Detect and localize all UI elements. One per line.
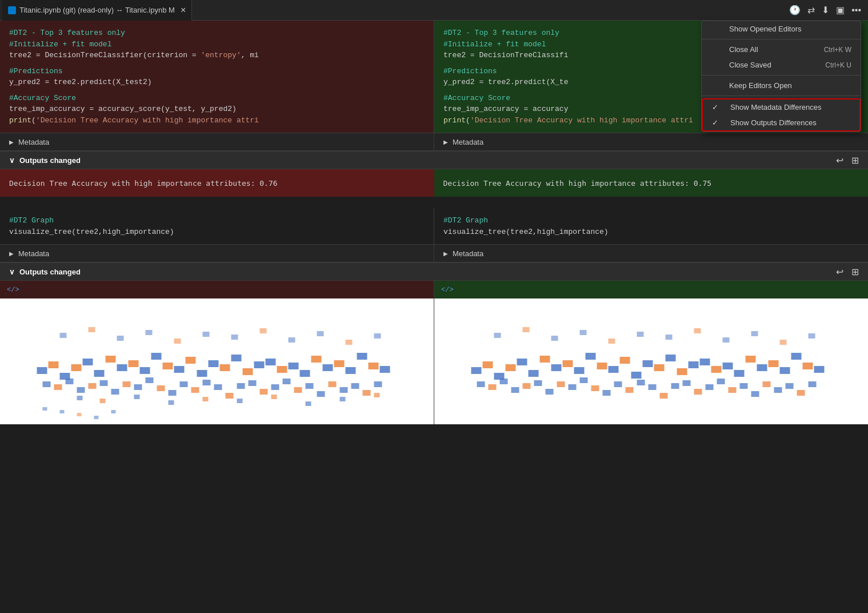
context-menu-overlay[interactable]: Show Opened Editors Close All Ctrl+K W C… [0,0,868,613]
menu-close-saved[interactable]: Close Saved Ctrl+K U [702,57,861,73]
context-menu: Show Opened Editors Close All Ctrl+K W C… [701,21,861,132]
menu-divider-3 [702,95,861,96]
menu-divider-1 [702,39,861,39]
menu-close-all-label: Close All [729,45,815,54]
menu-close-all-shortcut: Ctrl+K W [824,46,851,54]
menu-show-metadata-diff[interactable]: ✓ Show Metadata Differences [703,99,859,115]
menu-divider-2 [702,75,861,75]
outputs-checkmark: ✓ [712,118,721,127]
menu-opened-editors-label: Show Opened Editors [729,25,851,33]
menu-close-all[interactable]: Close All Ctrl+K W [702,42,861,57]
menu-keep-editors-label: Keep Editors Open [729,81,851,90]
menu-keep-editors-open[interactable]: Keep Editors Open [702,78,861,93]
menu-outputs-diff-label: Show Outputs Differences [730,118,850,127]
menu-metadata-diff-label: Show Metadata Differences [730,103,850,112]
menu-close-saved-shortcut: Ctrl+K U [825,61,851,69]
metadata-checkmark: ✓ [712,103,721,112]
menu-show-outputs-diff[interactable]: ✓ Show Outputs Differences [703,115,859,130]
menu-highlighted-section: ✓ Show Metadata Differences ✓ Show Outpu… [702,98,861,132]
menu-close-saved-label: Close Saved [729,61,816,69]
menu-show-opened-editors[interactable]: Show Opened Editors [702,21,861,37]
